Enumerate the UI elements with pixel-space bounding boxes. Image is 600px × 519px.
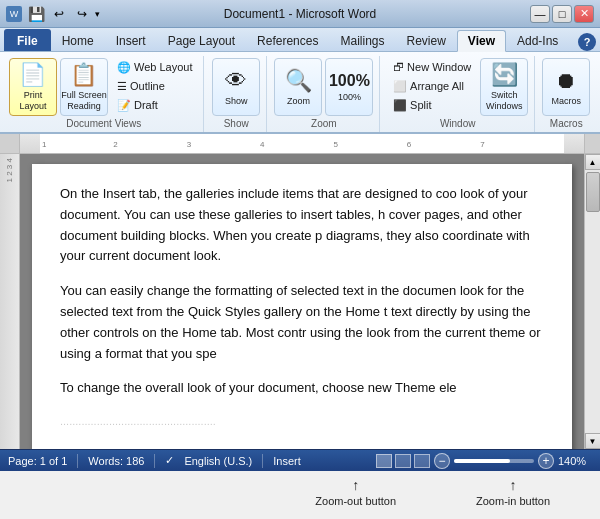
close-button[interactable]: ✕ bbox=[574, 5, 594, 23]
ruler-mark-6: 7 bbox=[480, 139, 484, 148]
tab-references[interactable]: References bbox=[246, 29, 329, 51]
tab-home[interactable]: Home bbox=[51, 29, 105, 51]
show-button[interactable]: 👁 Show bbox=[212, 58, 260, 116]
split-button[interactable]: ⬛ Split bbox=[387, 96, 477, 114]
print-layout-icon: 📄 bbox=[19, 62, 46, 88]
split-label: Split bbox=[410, 99, 431, 111]
page-count: Page: 1 of 1 bbox=[8, 455, 67, 467]
zoom-slider[interactable] bbox=[454, 459, 534, 463]
content-area: 1 2 3 4 On the Insert tab, the galleries… bbox=[0, 154, 600, 449]
ruler-mark-3: 4 bbox=[260, 139, 264, 148]
tab-review[interactable]: Review bbox=[395, 29, 456, 51]
web-view-btn[interactable] bbox=[414, 454, 430, 468]
status-divider-2 bbox=[154, 454, 155, 468]
show-group: 👁 Show Show bbox=[206, 56, 266, 132]
scroll-thumb[interactable] bbox=[586, 172, 600, 212]
tab-insert[interactable]: Insert bbox=[105, 29, 157, 51]
full-screen-icon: 📋 bbox=[70, 62, 97, 88]
ribbon-tab-bar: File Home Insert Page Layout References … bbox=[0, 28, 600, 52]
scroll-up-button[interactable]: ▲ bbox=[585, 154, 601, 170]
quick-access-dropdown[interactable]: ▾ bbox=[95, 9, 100, 19]
zoom-100-label: 100% bbox=[338, 92, 361, 102]
tab-view[interactable]: View bbox=[457, 30, 506, 52]
zoom-100-icon: 100% bbox=[329, 72, 370, 90]
print-layout-button[interactable]: 📄 PrintLayout bbox=[9, 58, 57, 116]
draft-icon: 📝 bbox=[117, 99, 131, 112]
maximize-button[interactable]: □ bbox=[552, 5, 572, 23]
tab-mailings[interactable]: Mailings bbox=[329, 29, 395, 51]
full-screen-reading-button[interactable]: 📋 Full ScreenReading bbox=[60, 58, 108, 116]
outline-icon: ☰ bbox=[117, 80, 127, 93]
v-ruler-marks: 1 2 3 4 bbox=[1, 154, 18, 186]
insert-mode-label: Insert bbox=[273, 455, 301, 467]
ruler-mark-5: 6 bbox=[407, 139, 411, 148]
web-layout-icon: 🌐 bbox=[117, 61, 131, 74]
zoom-100-button[interactable]: 100% 100% bbox=[325, 58, 373, 116]
language-label: English (U.S.) bbox=[184, 455, 252, 467]
print-view-btn[interactable] bbox=[376, 454, 392, 468]
full-screen-view-btn[interactable] bbox=[395, 454, 411, 468]
vertical-scrollbar[interactable]: ▲ ▼ bbox=[584, 154, 600, 449]
horizontal-ruler: 1 2 3 4 5 6 7 bbox=[0, 134, 600, 154]
zoom-label: Zoom bbox=[287, 96, 310, 106]
tab-add-ins[interactable]: Add-Ins bbox=[506, 29, 569, 51]
zoom-out-button[interactable]: − bbox=[434, 453, 450, 469]
macros-button[interactable]: ⏺ Macros bbox=[542, 58, 590, 116]
zoom-in-button[interactable]: + bbox=[538, 453, 554, 469]
show-group-label: Show bbox=[224, 118, 249, 131]
web-layout-label: Web Layout bbox=[134, 61, 193, 73]
spell-check[interactable]: ✓ bbox=[165, 454, 174, 467]
help-button[interactable]: ? bbox=[578, 33, 596, 51]
window-col: 🗗 New Window ⬜ Arrange All ⬛ Split bbox=[387, 58, 477, 114]
zoom-level-label: 140% bbox=[558, 455, 592, 467]
zoom-group: 🔍 Zoom 100% 100% Zoom bbox=[269, 56, 380, 132]
status-bar: Page: 1 of 1 Words: 186 ✓ English (U.S.)… bbox=[0, 449, 600, 471]
window-controls: — □ ✕ bbox=[530, 5, 594, 23]
zoom-out-arrow: ↑ bbox=[352, 477, 359, 493]
zoom-in-text: Zoom-in button bbox=[476, 495, 550, 507]
window-group: 🗗 New Window ⬜ Arrange All ⬛ Split 🔄 Swi… bbox=[382, 56, 535, 132]
outline-button[interactable]: ☰ Outline bbox=[111, 77, 199, 95]
zoom-slider-fill bbox=[454, 459, 510, 463]
save-quick-btn[interactable]: 💾 bbox=[26, 5, 46, 23]
show-items: 👁 Show bbox=[212, 58, 260, 116]
page-count-label: Page: 1 of 1 bbox=[8, 455, 67, 467]
status-divider-3 bbox=[262, 454, 263, 468]
switch-windows-icon: 🔄 bbox=[491, 62, 518, 88]
word-count: Words: 186 bbox=[88, 455, 144, 467]
window-group-label: Window bbox=[440, 118, 476, 131]
arrange-all-icon: ⬜ bbox=[393, 80, 407, 93]
spell-icon: ✓ bbox=[165, 454, 174, 467]
paragraph-2: You can easily change the formatting of … bbox=[60, 281, 544, 364]
word-logo-icon: W bbox=[6, 6, 22, 22]
document-page: On the Insert tab, the galleries include… bbox=[32, 164, 572, 449]
print-layout-label: PrintLayout bbox=[19, 90, 46, 112]
title-bar: W 💾 ↩ ↪ ▾ Document1 - Microsoft Word — □… bbox=[0, 0, 600, 28]
switch-windows-button[interactable]: 🔄 SwitchWindows bbox=[480, 58, 528, 116]
ruler-right-end bbox=[584, 134, 600, 153]
undo-quick-btn[interactable]: ↩ bbox=[49, 5, 69, 23]
zoom-icon: 🔍 bbox=[285, 68, 312, 94]
new-window-button[interactable]: 🗗 New Window bbox=[387, 58, 477, 76]
redo-quick-btn[interactable]: ↪ bbox=[72, 5, 92, 23]
quick-access-toolbar: 💾 ↩ ↪ ▾ bbox=[26, 5, 100, 23]
macros-group: ⏺ Macros Macros bbox=[537, 56, 596, 132]
draft-label: Draft bbox=[134, 99, 158, 111]
zoom-group-label: Zoom bbox=[311, 118, 337, 131]
view-mode-buttons bbox=[376, 454, 430, 468]
zoom-in-arrow: ↑ bbox=[510, 477, 517, 493]
tab-file[interactable]: File bbox=[4, 29, 51, 51]
tab-page-layout[interactable]: Page Layout bbox=[157, 29, 246, 51]
paragraph-3: To change the overall look of your docum… bbox=[60, 378, 544, 399]
zoom-button[interactable]: 🔍 Zoom bbox=[274, 58, 322, 116]
scroll-track[interactable] bbox=[585, 170, 600, 433]
arrange-all-button[interactable]: ⬜ Arrange All bbox=[387, 77, 477, 95]
macros-label: Macros bbox=[552, 96, 582, 106]
scroll-down-button[interactable]: ▼ bbox=[585, 433, 601, 449]
draft-button[interactable]: 📝 Draft bbox=[111, 96, 199, 114]
full-screen-label: Full ScreenReading bbox=[61, 90, 107, 112]
zoom-in-annotation: ↑ Zoom-in button bbox=[476, 477, 550, 507]
web-layout-button[interactable]: 🌐 Web Layout bbox=[111, 58, 199, 76]
minimize-button[interactable]: — bbox=[530, 5, 550, 23]
zoom-out-annotation: ↑ Zoom-out button bbox=[315, 477, 396, 507]
